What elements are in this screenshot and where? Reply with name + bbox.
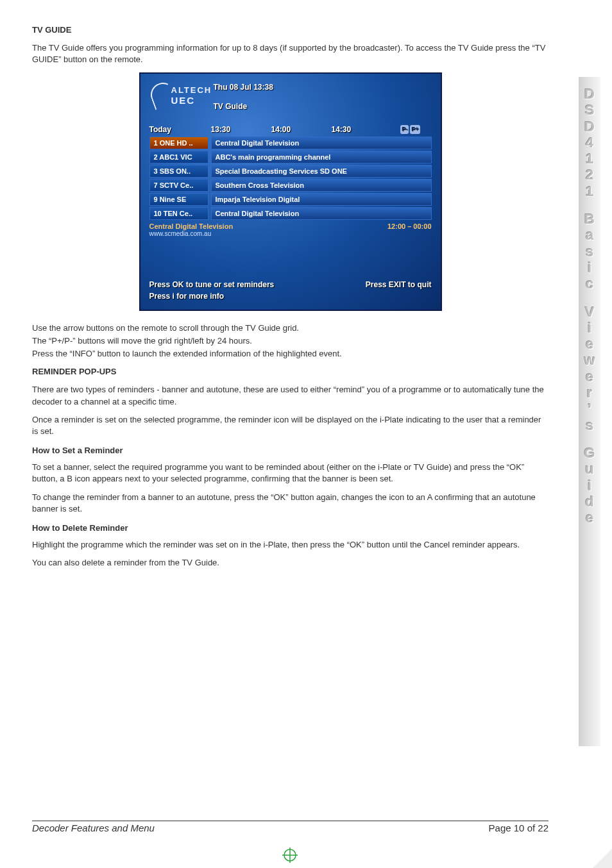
side-tab-char: i [588, 478, 591, 494]
side-tab-char: D [584, 86, 595, 102]
tv-guide-grid: Today 13:30 14:00 14:30 P- P+ 1 ONE HD .… [149, 125, 432, 220]
side-tab-char: e [586, 510, 593, 526]
side-tab-char: V [585, 304, 595, 320]
p-minus-button[interactable]: P- [400, 125, 409, 134]
channel-cell: 2 ABC1 VIC [149, 151, 208, 163]
channel-cell: 9 Nine SE [149, 193, 208, 206]
side-tab-char: d [585, 494, 593, 510]
paragraph: Highlight the programme which the remind… [32, 539, 548, 551]
paragraph: To set a banner, select the required pro… [32, 462, 548, 485]
table-row[interactable]: 2 ABC1 VIC ABC's main programming channe… [149, 151, 432, 163]
tv-grid-header: Today 13:30 14:00 14:30 P- P+ [149, 125, 432, 134]
side-tab-char: 1 [586, 151, 593, 167]
side-tab-char: c [586, 276, 593, 292]
tv-screen-title: TV Guide [214, 102, 432, 111]
side-tab-char: r [587, 385, 593, 401]
registration-mark-icon [282, 847, 298, 863]
side-tab-char: D [584, 119, 595, 135]
side-tab-char: e [586, 369, 593, 385]
paragraph: The TV Guide offers you programming info… [32, 42, 548, 65]
tv-day-label: Today [149, 125, 208, 134]
table-row[interactable]: 10 TEN Ce.. Central Digital Television [149, 207, 432, 220]
channel-cell: 10 TEN Ce.. [149, 207, 208, 220]
side-tab-char: w [584, 352, 595, 368]
p-plus-button[interactable]: P+ [410, 125, 420, 134]
side-tab-char: a [586, 227, 593, 243]
channel-cell: 1 ONE HD .. [149, 137, 208, 149]
side-tab: DSD4121BasicViewer’sGuide [579, 77, 600, 746]
side-tab-char: ’ [588, 401, 591, 417]
brand-logo: ALTECH UEC [155, 85, 196, 106]
tv-info-title: Central Digital Television [149, 222, 234, 230]
time-column: 14:30 [332, 125, 389, 134]
time-column: 14:00 [271, 125, 329, 134]
side-tab-char: s [586, 244, 593, 260]
brand-bottom: UEC [171, 95, 196, 106]
page-body: TV GUIDE The TV Guide offers you program… [32, 19, 548, 576]
side-tab-char: 2 [586, 167, 593, 183]
table-row[interactable]: 7 SCTV Ce.. Southern Cross Television [149, 179, 432, 192]
tv-guide-screenshot: ALTECH UEC Thu 08 Jul 13:38 TV Guide Tod… [139, 72, 442, 311]
page-buttons: P- P+ [392, 125, 420, 134]
tv-footer-ok: Press OK to tune or set reminders [149, 280, 275, 289]
side-tab-char: S [585, 102, 595, 118]
heading-reminder: REMINDER POP-UPS [32, 366, 548, 378]
heading-tv-guide: TV GUIDE [32, 24, 548, 36]
event-cell: Southern Cross Television [211, 179, 432, 192]
footer-page: Page 10 of 22 [489, 822, 548, 833]
side-tab-char: 4 [586, 135, 593, 151]
table-row[interactable]: 1 ONE HD .. Central Digital Television [149, 137, 432, 149]
event-cell: ABC's main programming channel [211, 151, 432, 163]
channel-cell: 3 SBS ON.. [149, 165, 208, 178]
tv-datetime: Thu 08 Jul 13:38 [214, 80, 432, 92]
tv-footer: Press OK to tune or set reminders Press … [149, 280, 432, 301]
side-tab-char: i [588, 260, 591, 276]
footer-section: Decoder Features and Menu [32, 822, 155, 833]
page-footer: Decoder Features and Menu Page 10 of 22 [32, 821, 548, 833]
event-cell: Special Broadcasting Services SD ONE [211, 165, 432, 178]
tv-footer-info: Press i for more info [149, 292, 432, 301]
page-corner-icon [593, 849, 612, 868]
table-row[interactable]: 9 Nine SE Imparja Television Digital [149, 193, 432, 206]
side-tab-char: 1 [586, 183, 593, 199]
side-tab-char: s [586, 417, 593, 433]
paragraph: To change the reminder from a banner to … [32, 492, 548, 515]
time-column: 13:30 [211, 125, 269, 134]
event-cell: Imparja Television Digital [211, 193, 432, 206]
side-tab-char: G [584, 445, 595, 461]
brand-top: ALTECH [171, 85, 212, 95]
event-cell: Central Digital Television [211, 137, 432, 149]
heading-howdel: How to Delete Reminder [32, 522, 548, 534]
side-tab-char: u [585, 461, 593, 477]
table-row[interactable]: 3 SBS ON.. Special Broadcasting Services… [149, 165, 432, 178]
paragraph: There are two types of reminders - banne… [32, 384, 548, 407]
tv-info-bar: Central Digital Television 12:00 – 00:00 [149, 222, 432, 230]
tv-info-url: www.scmedia.com.au [149, 230, 432, 237]
paragraph: Once a reminder is set on the selected p… [32, 414, 548, 437]
channel-cell: 7 SCTV Ce.. [149, 179, 208, 192]
heading-howset: How to Set a Reminder [32, 445, 548, 456]
side-tab-char: e [586, 336, 593, 352]
paragraph: Press the “INFO” button to launch the ex… [32, 348, 548, 360]
tv-info-time: 12:00 – 00:00 [387, 222, 432, 230]
paragraph: The “P+/P-” buttons will move the grid r… [32, 335, 548, 347]
side-tab-char: B [584, 211, 595, 227]
paragraph: Use the arrow buttons on the remote to s… [32, 322, 548, 334]
event-cell: Central Digital Television [211, 207, 432, 220]
paragraph: You can also delete a reminder from the … [32, 557, 548, 569]
tv-footer-exit: Press EXIT to quit [366, 280, 432, 289]
side-tab-char: i [588, 320, 591, 336]
